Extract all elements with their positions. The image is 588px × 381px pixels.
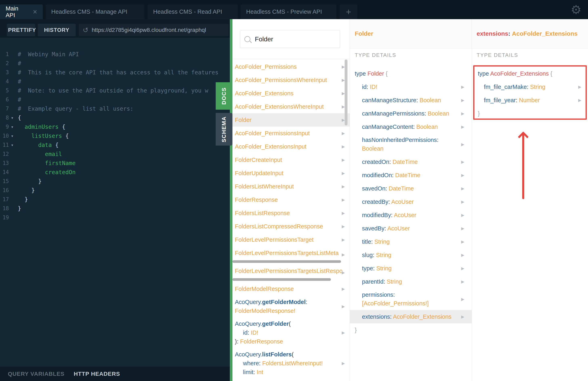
docs-list-item[interactable]: AcoFolder_PermissionsInput ▶ <box>232 127 350 140</box>
fold-caret-icon[interactable]: ▾ <box>11 113 14 122</box>
chevron-right-icon: ▶ <box>461 186 464 191</box>
line-number: 13 <box>0 159 9 168</box>
type-field-row[interactable]: modifiedBy: AcoUser ▶ <box>350 209 472 222</box>
chevron-right-icon: ▶ <box>342 224 345 229</box>
docs-list-item[interactable]: FolderModelResponse ▶ <box>232 282 350 296</box>
docs-list-item[interactable]: FolderLevelPermissionsTargetsListRespo ▶ <box>232 264 350 281</box>
chevron-right-icon: ▶ <box>461 199 464 204</box>
docs-list-item[interactable]: FolderLevelPermissionsTarget ▶ <box>232 233 350 246</box>
tab-headless-cms-manage-api[interactable]: Headless CMS - Manage API <box>46 4 145 19</box>
editor-line: 15 } <box>0 177 230 186</box>
fold-caret-icon[interactable]: ▾ <box>11 140 14 150</box>
type-field-row[interactable]: slug: String ▶ <box>350 248 472 262</box>
editor-line: 8 ▾ { <box>0 113 230 122</box>
type-field-row[interactable]: } <box>350 323 472 337</box>
docs-list-item[interactable]: FoldersListResponse ▶ <box>232 207 350 220</box>
editor-line: 17 } <box>0 195 230 204</box>
docs-panel: Folder AcoFolder_Permissions ▶ AcoFolder… <box>232 19 350 381</box>
type-field-row[interactable]: fm_file_carMake: String ▶ <box>473 80 586 94</box>
docs-list-item[interactable]: AcoFolder_Extensions ▶ <box>232 87 350 100</box>
chevron-right-icon: ▶ <box>342 131 345 136</box>
type-field-row[interactable]: fm_file_year: Number ▶ <box>473 94 586 107</box>
line-number: 6 <box>0 95 9 104</box>
editor-line: 7 # Example query - list all users: <box>0 104 230 113</box>
docs-list-item[interactable]: FolderUpdateInput ▶ <box>232 167 350 180</box>
type-field-row[interactable]: type AcoFolder_Extensions { <box>473 67 586 80</box>
type-field-row[interactable]: createdBy: AcoUser ▶ <box>350 195 472 209</box>
divider-line <box>232 59 350 59</box>
type-field-row[interactable]: parentId: String ▶ <box>350 275 472 288</box>
line-number: 12 <box>0 150 9 159</box>
query-editor[interactable]: 1 # Webiny Main API 2 # 3 # This is the … <box>0 38 230 367</box>
history-button[interactable]: HISTORY <box>38 24 76 36</box>
tab-bar: Main API × Headless CMS - Manage API Hea… <box>0 0 588 19</box>
docs-list-item[interactable]: Folder ▶ <box>232 113 350 127</box>
close-icon[interactable]: × <box>33 8 37 16</box>
type-field-row[interactable]: type Folder { <box>350 67 472 80</box>
search-value: Folder <box>255 36 273 43</box>
docs-list-item[interactable]: FolderCreateInput ▶ <box>232 153 350 167</box>
type-field-row[interactable]: } <box>473 107 586 120</box>
type-field-row[interactable]: savedOn: DateTime ▶ <box>350 182 472 195</box>
docs-tab[interactable]: DOCS <box>216 82 232 110</box>
docs-list-item[interactable]: AcoQuery.getFolderModel:FolderModelRespo… <box>232 296 350 317</box>
type-field-row[interactable]: canManagePermissions: Boolean ▶ <box>350 107 472 120</box>
type-field-row[interactable]: canManageContent: Boolean ▶ <box>350 120 472 133</box>
chevron-right-icon: ▶ <box>342 64 345 69</box>
http-headers-tab[interactable]: HTTP HEADERS <box>74 371 120 377</box>
panel-divider[interactable] <box>230 19 232 381</box>
line-number: 11 <box>0 140 9 150</box>
docs-list-item[interactable]: FoldersListCompressedResponse ▶ <box>232 220 350 233</box>
editor-line: 16 } <box>0 186 230 195</box>
schema-tab[interactable]: SCHEMA <box>216 113 232 146</box>
horizontal-scrollbar[interactable] <box>232 278 331 281</box>
chevron-right-icon: ▶ <box>461 142 464 147</box>
editor-line: 3 # This is the core API that has access… <box>0 68 230 77</box>
add-tab-button[interactable]: + <box>340 4 357 19</box>
type-field-row[interactable]: savedBy: AcoUser ▶ <box>350 222 472 235</box>
line-number: 19 <box>0 213 9 222</box>
chevron-right-icon: ▶ <box>342 117 345 122</box>
docs-list-item[interactable]: AcoFolder_PermissionsWhereInput ▶ <box>232 73 350 87</box>
docs-search-input[interactable]: Folder <box>240 30 340 48</box>
query-variables-tab[interactable]: QUERY VARIABLES <box>8 371 64 377</box>
docs-list-item[interactable]: AcoFolder_Permissions ▶ <box>232 60 350 73</box>
type-field-row[interactable]: hasNonInheritedPermissions:Boolean ▶ <box>350 133 472 155</box>
type-field-row[interactable]: title: String ▶ <box>350 235 472 248</box>
prettify-button[interactable]: PRETTIFY <box>7 24 35 36</box>
chevron-right-icon: ▶ <box>342 361 345 366</box>
docs-list-item[interactable]: FoldersListWhereInput ▶ <box>232 180 350 193</box>
type-field-row[interactable]: permissions:[AcoFolder_Permissions!] ▶ <box>350 288 472 310</box>
type-field-row[interactable]: extensions: AcoFolder_Extensions ▶ <box>350 310 472 323</box>
fold-caret-icon[interactable]: ▾ <box>11 122 14 132</box>
type-field-row[interactable]: createdOn: DateTime ▶ <box>350 155 472 169</box>
docs-list-item[interactable]: FolderLevelPermissionsTargetsListMeta ▶ <box>232 246 350 263</box>
tab-main-api[interactable]: Main API × <box>0 4 43 19</box>
docs-list-item[interactable]: AcoFolder_ExtensionsWhereInput ▶ <box>232 100 350 113</box>
editor-line: 4 # <box>0 77 230 86</box>
chevron-right-icon: ▶ <box>342 237 345 242</box>
tab-headless-cms-read-api[interactable]: Headless CMS - Read API <box>147 4 238 19</box>
chevron-right-icon: ▶ <box>342 197 345 202</box>
chevron-right-icon: ▶ <box>461 159 464 164</box>
type-field-row[interactable]: id: ID! ▶ <box>350 80 472 94</box>
settings-gear-icon[interactable]: ⚙ <box>569 2 583 18</box>
type-field-row[interactable]: type: String ▶ <box>350 262 472 275</box>
horizontal-scrollbar[interactable] <box>232 260 341 263</box>
type-field-row[interactable]: canManageStructure: Boolean ▶ <box>350 94 472 107</box>
tab-headless-cms-preview-api[interactable]: Headless CMS - Preview API <box>241 4 336 19</box>
docs-list-item[interactable]: AcoFolder_ExtensionsInput ▶ <box>232 140 350 153</box>
type-field-row[interactable]: modifiedOn: DateTime ▶ <box>350 169 472 182</box>
chevron-right-icon: ▶ <box>578 98 581 103</box>
docs-list-item[interactable]: FolderResponse ▶ <box>232 193 350 207</box>
docs-list-item[interactable]: AcoQuery.getFolder( id: ID!): FolderResp… <box>232 317 350 348</box>
endpoint-url-bar[interactable]: ↺ https://d2785gi4qi6pw8.cloudfront.net/… <box>79 24 229 36</box>
panel-title: Folder <box>355 30 373 37</box>
vertical-scrollbar[interactable] <box>345 59 347 125</box>
chevron-right-icon: ▶ <box>342 157 345 162</box>
chevron-right-icon: ▶ <box>342 286 345 291</box>
chevron-right-icon: ▶ <box>342 184 345 189</box>
fold-caret-icon[interactable]: ▾ <box>11 132 14 140</box>
line-number: 8 <box>0 113 9 122</box>
docs-list-item[interactable]: AcoQuery.listFolders( where: FoldersList… <box>232 348 350 379</box>
